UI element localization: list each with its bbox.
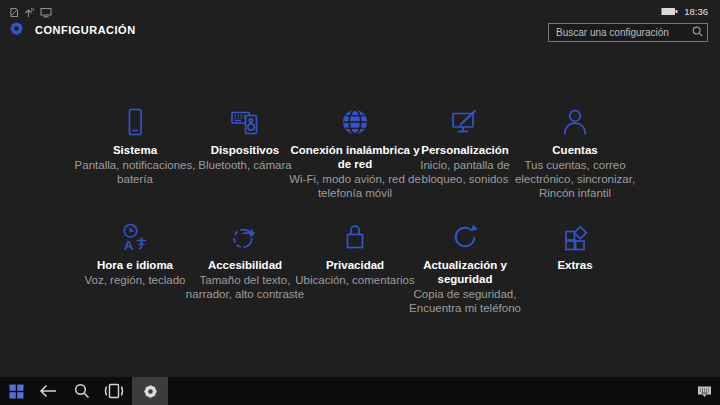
devices-icon <box>227 104 263 140</box>
search-box <box>548 22 708 41</box>
taskbar <box>0 377 720 405</box>
no-signal-icon <box>24 7 35 18</box>
windows-logo-icon <box>9 384 24 399</box>
touch-keyboard-button[interactable] <box>692 377 716 405</box>
globe-icon <box>337 104 373 140</box>
back-button[interactable] <box>34 377 62 405</box>
tile-subtitle: Tus cuentas, correo electrónico, sincron… <box>508 158 642 200</box>
clock-time: 18:36 <box>684 6 708 17</box>
task-view-icon <box>103 382 125 400</box>
status-icons-right: 18:36 <box>661 6 708 17</box>
tile-dispositivos[interactable]: Dispositivos Bluetooth, cámara <box>190 104 300 200</box>
extras-icon <box>557 219 593 255</box>
svg-text:A: A <box>124 238 134 253</box>
phone-icon <box>117 104 153 140</box>
tile-extras[interactable]: Extras <box>520 219 630 315</box>
tile-actualizacion[interactable]: Actualización y seguridad Copia de segur… <box>410 219 520 315</box>
start-button[interactable] <box>2 377 30 405</box>
search-input[interactable] <box>548 23 708 42</box>
settings-gear-icon <box>142 383 159 400</box>
lock-icon <box>337 219 373 255</box>
accessibility-icon <box>227 219 263 255</box>
tile-subtitle: Copia de seguridad, Encuentra mi teléfon… <box>398 287 532 315</box>
battery-icon <box>661 7 678 16</box>
keyboard-icon <box>697 385 712 398</box>
taskbar-search-button[interactable] <box>68 377 96 405</box>
settings-gear-icon <box>8 20 25 37</box>
display-icon <box>40 7 52 18</box>
taskbar-settings-button[interactable] <box>132 377 168 405</box>
time-language-icon: A <box>117 219 153 255</box>
tile-accesibilidad[interactable]: Accesibilidad Tamaño del texto, narrador… <box>190 219 300 315</box>
tiles-row-1: Sistema Pantalla, notificaciones, baterí… <box>80 104 630 200</box>
personalization-icon <box>447 104 483 140</box>
tile-title: Extras <box>510 258 640 272</box>
person-icon <box>557 104 593 140</box>
status-icons-left <box>9 7 52 18</box>
tile-title: Cuentas <box>510 143 640 157</box>
tile-conexion[interactable]: Conexión inalámbrica y de red Wi-Fi, mod… <box>300 104 410 200</box>
task-view-button[interactable] <box>100 377 128 405</box>
settings-app-screen: 18:36 CONFIGURACIÓN Sistema Pantalla, no… <box>0 0 720 405</box>
tiles-row-2: A Hora e idioma Voz, región, teclado Acc… <box>80 219 630 315</box>
search-icon <box>74 383 90 399</box>
tile-personalizacion[interactable]: Personalización Inicio, pantalla de bloq… <box>410 104 520 200</box>
back-arrow-icon <box>39 384 57 398</box>
tile-privacidad[interactable]: Privacidad Ubicación, comentarios <box>300 219 410 315</box>
tile-hora-idioma[interactable]: A Hora e idioma Voz, región, teclado <box>80 219 190 315</box>
tile-cuentas[interactable]: Cuentas Tus cuentas, correo electrónico,… <box>520 104 630 200</box>
sim-icon <box>9 7 19 18</box>
tile-sistema[interactable]: Sistema Pantalla, notificaciones, baterí… <box>80 104 190 200</box>
refresh-icon <box>447 219 483 255</box>
page-title: CONFIGURACIÓN <box>35 24 136 36</box>
